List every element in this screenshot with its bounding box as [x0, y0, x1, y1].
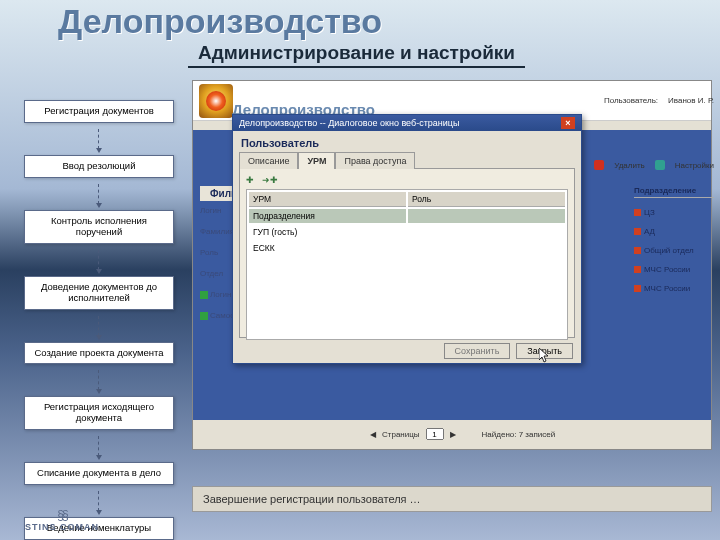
status-footer: Завершение регистрации пользователя …	[192, 486, 712, 512]
dialog-title: Делопроизводство -- Диалоговое окно веб-…	[239, 118, 459, 128]
sidebar-item[interactable]: Ввод резолюций	[24, 155, 174, 178]
sidebar-item[interactable]: Создание проекта документа	[24, 342, 174, 365]
sidebar-item[interactable]: Регистрация исходящего документа	[24, 396, 174, 430]
records-found: Найдено: 7 записей	[482, 430, 556, 439]
page-subtitle: Администрирование и настройки	[188, 42, 525, 68]
square-icon	[634, 266, 641, 273]
close-icon[interactable]: ×	[561, 117, 575, 129]
delete-button[interactable]: Удалить	[614, 161, 645, 170]
vendor-logo: §§ STINS COMAN	[25, 508, 99, 532]
dialog-section: Пользователь	[233, 131, 581, 151]
dialog-body: ✚ ➜✚ УРМ Роль Подразделения ГУП (гость) …	[239, 168, 575, 338]
square-icon	[634, 228, 641, 235]
settings-icon[interactable]	[655, 160, 665, 170]
sidebar-item[interactable]: Контроль исполнения поручений	[24, 210, 174, 244]
department-item[interactable]: АД	[634, 227, 714, 236]
checkbox-icon[interactable]	[200, 291, 208, 299]
department-item[interactable]: ЦЗ	[634, 208, 714, 217]
sidebar-item[interactable]: Списание документа в дело	[24, 462, 174, 485]
department-item[interactable]: МЧС России	[634, 284, 714, 293]
close-button[interactable]: Закрыть	[516, 343, 573, 359]
department-item[interactable]: МЧС России	[634, 265, 714, 274]
add-remove-icons[interactable]: ✚ ➜✚	[246, 175, 568, 185]
col-urm[interactable]: УРМ	[249, 192, 406, 207]
pager-prev-icon[interactable]: ◀	[370, 430, 376, 439]
tab-urm[interactable]: УРМ	[298, 152, 335, 169]
settings-button[interactable]: Настройки	[675, 161, 714, 170]
department-header: Подразделение	[634, 186, 714, 198]
dialog-titlebar[interactable]: Делопроизводство -- Диалоговое окно веб-…	[233, 115, 581, 131]
square-icon	[634, 209, 641, 216]
urm-table[interactable]: УРМ Роль Подразделения ГУП (гость) ЕСКК	[246, 189, 568, 340]
pager: ◀ Страницы ▶ Найдено: 7 записей	[370, 428, 555, 440]
sidebar-item[interactable]: Доведение документов до исполнителей	[24, 276, 174, 310]
sidebar-item[interactable]: Регистрация документов	[24, 100, 174, 123]
table-row[interactable]: ГУП (гость)	[249, 225, 406, 239]
square-icon	[634, 247, 641, 254]
square-icon	[634, 285, 641, 292]
department-item[interactable]: Общий отдел	[634, 246, 714, 255]
pager-next-icon[interactable]: ▶	[450, 430, 456, 439]
workflow-sidebar: Регистрация документов Ввод резолюций Ко…	[24, 100, 174, 540]
toolbar-user: Пользователь: Иванов И. Р.	[604, 96, 714, 105]
col-role[interactable]: Роль	[408, 192, 565, 207]
department-column: Подразделение ЦЗ АД Общий отдел МЧС Росс…	[634, 186, 714, 303]
delete-icon[interactable]	[594, 160, 604, 170]
table-row[interactable]: ЕСКК	[249, 241, 406, 255]
page-title: Делопроизводство	[58, 2, 382, 41]
checkbox-icon[interactable]	[200, 312, 208, 320]
tab-access[interactable]: Права доступа	[335, 152, 415, 169]
tab-description[interactable]: Описание	[239, 152, 298, 169]
table-row[interactable]: Подразделения	[249, 209, 406, 223]
page-input[interactable]	[426, 428, 444, 440]
dialog-tabs: Описание УРМ Права доступа	[233, 151, 581, 168]
emblem-icon	[199, 84, 233, 118]
user-dialog: Делопроизводство -- Диалоговое окно веб-…	[232, 114, 582, 364]
save-button[interactable]: Сохранить	[444, 343, 511, 359]
